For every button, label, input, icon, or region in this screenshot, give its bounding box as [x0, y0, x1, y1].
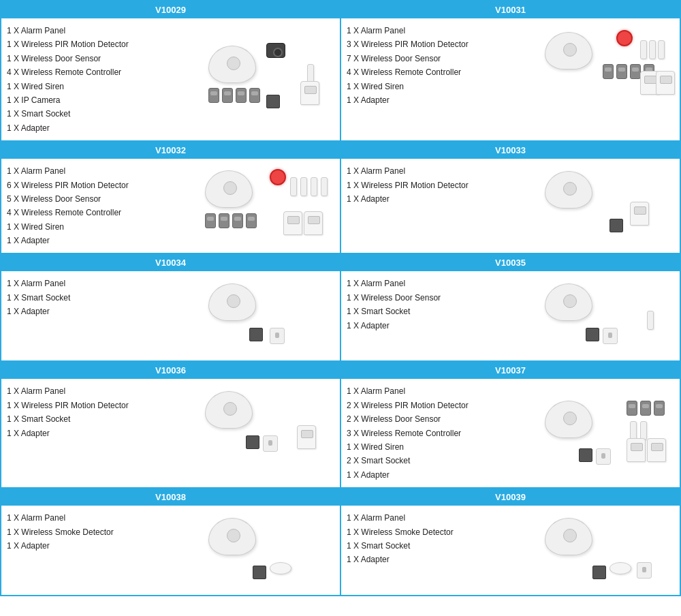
- product-grid: V10029 1 X Alarm Panel 1 X Wireless PIR …: [0, 0, 681, 596]
- item: 7 X Wireless Door Sensor: [347, 52, 535, 65]
- door-sensor-icon: [311, 177, 317, 196]
- item: 2 X Wireless Door Sensor: [347, 412, 535, 426]
- alarm-panel-icon: [205, 170, 253, 208]
- item: 3 X Wireless Remote Controller: [347, 427, 535, 440]
- item: 1 X Adapter: [347, 93, 535, 107]
- door-sensor-icon: [647, 311, 654, 330]
- remote-icon: [205, 213, 216, 228]
- socket-icon: [263, 435, 278, 452]
- item: 1 X Wired Siren: [347, 80, 535, 93]
- alarm-panel-icon: [208, 46, 256, 83]
- remote-icon: [640, 401, 651, 416]
- product-title-v10035: V10035: [341, 254, 680, 271]
- product-items-v10039: 1 X Alarm Panel 1 X Wireless Smoke Detec…: [347, 511, 538, 589]
- pir-detector-icon: [300, 81, 319, 105]
- item: 1 X Adapter: [7, 234, 195, 247]
- door-sensor-icon: [640, 40, 647, 59]
- item: 2 X Wireless PIR Motion Detector: [347, 399, 535, 412]
- door-sensor-icon: [307, 64, 314, 83]
- item: 1 X Alarm Panel: [347, 511, 535, 525]
- item: 1 X Adapter: [347, 319, 535, 333]
- smoke-detector-icon: [270, 562, 291, 574]
- alarm-panel-icon: [545, 401, 592, 438]
- product-cell-v10032: V10032 1 X Alarm Panel 6 X Wireless PIR …: [1, 142, 341, 254]
- product-image-v10032: [198, 164, 334, 247]
- product-image-v10038: [198, 511, 334, 589]
- product-cell-v10037: V10037 1 X Alarm Panel 2 X Wireless PIR …: [341, 362, 681, 489]
- pir-detector-icon: [283, 211, 302, 235]
- product-items-v10036: 1 X Alarm Panel 1 X Wireless PIR Motion …: [7, 384, 198, 463]
- product-items-v10038: 1 X Alarm Panel 1 X Wireless Smoke Detec…: [7, 511, 198, 589]
- door-sensor-icon: [640, 421, 647, 440]
- remote-icon: [222, 88, 233, 103]
- product-title-v10034: V10034: [1, 254, 340, 271]
- item: 1 X Wired Siren: [7, 80, 195, 93]
- item: 1 X Wireless PIR Motion Detector: [7, 399, 195, 412]
- alarm-panel-icon: [545, 171, 592, 209]
- product-items-v10029: 1 X Alarm Panel 1 X Wireless PIR Motion …: [7, 24, 198, 135]
- item: 2 X Smart Socket: [347, 454, 535, 467]
- pir-detector-icon: [297, 425, 316, 449]
- item: 4 X Wireless Remote Controller: [7, 206, 195, 219]
- door-sensor-icon: [658, 40, 665, 59]
- product-items-v10032: 1 X Alarm Panel 6 X Wireless PIR Motion …: [7, 164, 198, 247]
- remote-icon: [627, 401, 637, 416]
- product-title-v10029: V10029: [1, 1, 340, 18]
- product-items-v10033: 1 X Alarm Panel 1 X Wireless PIR Motion …: [347, 164, 538, 243]
- item: 1 X Adapter: [347, 553, 535, 566]
- alarm-panel-icon: [208, 518, 256, 555]
- adapter-icon: [586, 328, 599, 341]
- door-sensor-icon: [649, 40, 656, 59]
- item: 1 X Smart Socket: [347, 539, 535, 553]
- product-image-v10031: [538, 24, 674, 107]
- item: 1 X Wired Siren: [7, 220, 195, 234]
- product-cell-v10029: V10029 1 X Alarm Panel 1 X Wireless PIR …: [1, 1, 341, 142]
- remote-icon: [603, 64, 614, 79]
- remote-icon: [616, 64, 627, 79]
- adapter-icon: [253, 566, 266, 579]
- product-items-v10034: 1 X Alarm Panel 1 X Smart Socket 1 X Ada…: [7, 277, 198, 355]
- product-cell-v10034: V10034 1 X Alarm Panel 1 X Smart Socket …: [1, 254, 341, 362]
- remote-icon: [654, 401, 665, 416]
- alarm-panel-icon: [545, 518, 592, 555]
- item: 1 X Wireless Smoke Detector: [347, 525, 535, 539]
- product-cell-v10031: V10031 1 X Alarm Panel 3 X Wireless PIR …: [341, 1, 681, 142]
- product-title-v10037: V10037: [341, 362, 680, 379]
- item: 1 X Alarm Panel: [7, 277, 195, 290]
- door-sensor-icon: [630, 421, 637, 440]
- item: 1 X Adapter: [347, 468, 535, 482]
- item: 1 X Adapter: [7, 121, 195, 135]
- product-cell-v10039: V10039 1 X Alarm Panel 1 X Wireless Smok…: [341, 489, 681, 596]
- product-image-v10037: [538, 384, 674, 482]
- item: 1 X Wireless PIR Motion Detector: [347, 179, 535, 192]
- remote-icon: [249, 88, 260, 103]
- adapter-icon: [246, 435, 259, 449]
- product-title-v10038: V10038: [1, 489, 340, 506]
- remote-icon: [232, 213, 243, 228]
- product-image-v10039: [538, 511, 674, 589]
- socket-icon: [603, 328, 618, 344]
- alarm-panel-icon: [205, 391, 253, 429]
- product-items-v10035: 1 X Alarm Panel 1 X Wireless Door Sensor…: [347, 277, 538, 355]
- item: 1 X Alarm Panel: [347, 277, 535, 290]
- item: 1 X Alarm Panel: [347, 164, 535, 178]
- remote-icon: [246, 213, 257, 228]
- item: 1 X Alarm Panel: [7, 511, 195, 525]
- socket-icon: [596, 448, 611, 465]
- door-sensor-icon: [300, 177, 307, 196]
- adapter-icon: [249, 328, 263, 341]
- product-title-v10031: V10031: [341, 1, 680, 18]
- remote-icon: [219, 213, 229, 228]
- item: 6 X Wireless PIR Motion Detector: [7, 179, 195, 192]
- item: 1 X Alarm Panel: [7, 164, 195, 178]
- item: 1 X Adapter: [7, 305, 195, 318]
- item: 1 X Wireless PIR Motion Detector: [7, 37, 195, 51]
- remote-icon: [236, 88, 247, 103]
- product-cell-v10033: V10033 1 X Alarm Panel 1 X Wireless PIR …: [341, 142, 681, 254]
- product-title-v10033: V10033: [341, 142, 680, 159]
- item: 4 X Wireless Remote Controller: [347, 65, 535, 79]
- door-sensor-icon: [290, 177, 297, 196]
- product-title-v10032: V10032: [1, 142, 340, 159]
- siren-icon: [616, 30, 633, 46]
- alarm-panel-icon: [545, 283, 592, 321]
